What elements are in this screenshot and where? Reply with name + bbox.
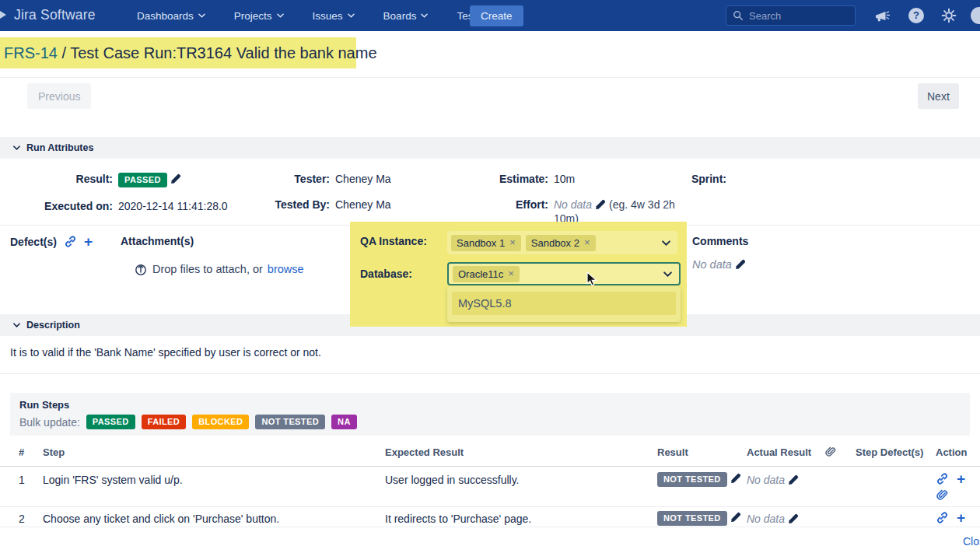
step-num: 2 (19, 513, 25, 525)
bulk-failed-button[interactable]: FAILED (142, 415, 187, 429)
link-step-defect-icon[interactable] (936, 511, 949, 524)
comments-label: Comments (692, 235, 748, 247)
step-result: NOT TESTED (657, 472, 741, 487)
attachment-column-icon (824, 446, 836, 458)
sprint-label: Sprint: (614, 172, 726, 186)
step-expected: It redirects to 'Purchase' page. (385, 513, 531, 525)
browse-link[interactable]: browse (268, 263, 304, 275)
issue-key-link[interactable]: FRS-14 (4, 44, 58, 61)
link-step-defect-icon[interactable] (936, 472, 949, 485)
edit-result-icon[interactable] (170, 173, 181, 185)
environment-fields-highlight: QA Instance: Sandbox 1× Sandbox 2× Datab… (350, 222, 687, 327)
run-attributes-header[interactable]: Run Attributes (0, 137, 980, 159)
tested-by-label: Tested By: (233, 198, 330, 212)
title-text: Test Case Run:TR3164 Valid the bank name (70, 44, 376, 61)
database-select[interactable]: Oracle11c× (447, 262, 681, 285)
close-link[interactable]: Close (963, 535, 980, 548)
nav-item-dashboards[interactable]: Dashboards (137, 10, 205, 22)
next-button[interactable]: Next (918, 83, 959, 109)
result-status-badge: PASSED (118, 173, 167, 187)
database-option[interactable]: MySQL5.8 (452, 292, 676, 315)
page-title: FRS-14 / Test Case Run:TR3164 Valid the … (0, 37, 356, 68)
attachment-dropzone[interactable]: Drop files to attach, or browse (134, 262, 304, 276)
defects-label: Defect(s) (10, 236, 57, 248)
edit-step-actual-icon[interactable] (787, 513, 799, 525)
bulk-update-label: Bulk update: (19, 416, 80, 429)
attr-col-tester: Tester: Cheney Ma Tested By: Cheney Ma (233, 172, 428, 223)
step-result: NOT TESTED (657, 511, 741, 526)
nav-item-projects[interactable]: Projects (234, 10, 284, 22)
chip-label: Sandbox 1 (457, 237, 505, 249)
step-actual: No data (747, 474, 799, 486)
bulk-update-row: Bulk update: PASSED FAILED BLOCKED NOT T… (19, 415, 961, 429)
run-steps-title: Run Steps (19, 399, 961, 411)
upload-icon (134, 262, 148, 276)
chevron-down-icon (13, 323, 20, 327)
attachments-label: Attachment(s) (121, 235, 194, 247)
attach-step-file-icon[interactable] (936, 488, 948, 502)
executed-on-value: 2020-12-14 11:41:28.0 (118, 199, 228, 213)
announcements-icon[interactable] (874, 8, 890, 23)
edit-step-result-icon[interactable] (730, 473, 741, 485)
bulk-na-button[interactable]: NA (331, 415, 357, 429)
add-defect-icon[interactable]: + (84, 236, 93, 247)
section-title: Description (26, 320, 80, 331)
attr-col-result: Result: PASSED Executed on: 2020-12-14 1… (0, 172, 241, 225)
nav-item-label: Issues (313, 10, 343, 22)
nav-menu: Dashboards Projects Issues Boards Tests (137, 0, 493, 31)
link-defect-icon[interactable] (64, 235, 77, 248)
step-text: Login 'FRS' system valid u/p. (43, 474, 183, 486)
divider (0, 77, 980, 78)
step-actions: + (936, 472, 965, 485)
bulk-blocked-button[interactable]: BLOCKED (192, 415, 249, 429)
database-chip: Oracle11c× (453, 266, 520, 282)
search-input[interactable] (749, 10, 849, 22)
chevron-down-icon (198, 13, 205, 18)
user-avatar[interactable] (971, 7, 980, 24)
help-icon[interactable]: ? (908, 8, 924, 23)
edit-comments-icon[interactable] (734, 259, 746, 271)
col-num: # (19, 446, 24, 458)
defects-section: Defect(s) + (10, 235, 93, 248)
bulk-not-tested-button[interactable]: NOT TESTED (255, 415, 325, 429)
result-value: PASSED (118, 172, 181, 187)
step-status-badge: NOT TESTED (657, 472, 727, 487)
nav-item-boards[interactable]: Boards (383, 10, 429, 22)
edit-effort-icon[interactable] (594, 199, 606, 211)
remove-chip-icon[interactable]: × (509, 239, 516, 247)
chevron-down-icon (662, 240, 670, 246)
chip-label: Sandbox 2 (531, 237, 579, 249)
create-button[interactable]: Create (470, 5, 523, 26)
col-result: Result (657, 446, 688, 458)
help-glyph: ? (913, 9, 919, 21)
previous-button[interactable]: Previous (27, 83, 91, 109)
step-text: Choose any ticket and click on 'Purchase… (43, 513, 279, 525)
bulk-passed-button[interactable]: PASSED (86, 415, 135, 429)
tester-label: Tester: (233, 172, 330, 186)
search-box[interactable] (726, 5, 856, 26)
comments-nodata: No data (692, 258, 732, 271)
step-actions: + (936, 511, 965, 524)
remove-chip-icon[interactable]: × (584, 239, 590, 247)
edit-step-actual-icon[interactable] (787, 474, 799, 486)
qa-instance-chip: Sandbox 2× (526, 235, 596, 251)
nav-item-issues[interactable]: Issues (313, 10, 355, 22)
col-step-defects: Step Defect(s) (856, 446, 923, 458)
remove-chip-icon[interactable]: × (508, 270, 514, 278)
jira-test-run-page: Jira Software Dashboards Projects Issues… (0, 0, 980, 553)
estimate-label: Estimate: (436, 172, 548, 186)
jira-logo-icon (0, 7, 8, 23)
gear-icon[interactable] (941, 8, 957, 23)
database-label: Database: (360, 268, 442, 280)
qa-instance-label: QA Instance: (360, 235, 442, 247)
qa-instance-select[interactable]: Sandbox 1× Sandbox 2× (447, 231, 677, 254)
add-step-defect-icon[interactable]: + (957, 513, 965, 523)
chevron-down-icon (421, 13, 428, 18)
col-expected: Expected Result (385, 446, 464, 458)
add-step-defect-icon[interactable]: + (957, 474, 965, 485)
edit-step-result-icon[interactable] (730, 512, 741, 523)
step-row: 1 Login 'FRS' system valid u/p. User log… (0, 467, 980, 507)
tested-by-value: Cheney Ma (335, 198, 391, 212)
step-row: 2 Choose any ticket and click on 'Purcha… (0, 507, 980, 527)
result-label: Result: (0, 172, 113, 187)
